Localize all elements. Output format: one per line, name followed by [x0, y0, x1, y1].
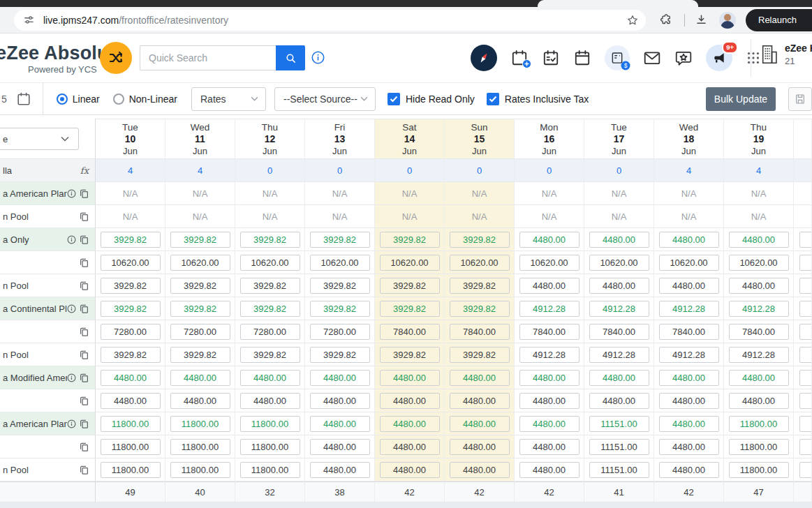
- rate-input[interactable]: [659, 278, 719, 294]
- rate-input[interactable]: [659, 439, 719, 455]
- availability-link[interactable]: 4: [128, 165, 133, 176]
- rate-input[interactable]: [240, 347, 300, 363]
- rate-input[interactable]: [310, 255, 370, 271]
- rate-input[interactable]: [589, 347, 649, 363]
- rate-input[interactable]: [380, 301, 440, 317]
- rate-input[interactable]: [380, 347, 440, 363]
- copy-icon[interactable]: [80, 235, 89, 244]
- rate-input[interactable]: [240, 301, 300, 317]
- rate-input[interactable]: [659, 370, 719, 386]
- rate-input[interactable]: [310, 462, 370, 478]
- rate-input[interactable]: [101, 324, 161, 340]
- rate-input[interactable]: [170, 255, 230, 271]
- rates-inclusive-tax-checkbox[interactable]: Rates Inclusive Tax: [487, 93, 589, 105]
- copy-icon[interactable]: [80, 212, 89, 221]
- rate-input[interactable]: [101, 278, 161, 294]
- date-picker-icon[interactable]: [16, 91, 31, 107]
- rate-input[interactable]: [101, 393, 161, 409]
- rate-input[interactable]: [519, 347, 580, 363]
- rate-input[interactable]: [729, 278, 789, 294]
- room-filter-select[interactable]: e: [0, 128, 79, 150]
- rate-input[interactable]: [240, 232, 300, 248]
- copy-icon[interactable]: [80, 258, 89, 267]
- rate-input[interactable]: [659, 347, 719, 363]
- rate-input[interactable]: [450, 393, 510, 409]
- rate-input[interactable]: [170, 324, 230, 340]
- rate-input[interactable]: [240, 393, 300, 409]
- rate-input[interactable]: [729, 416, 789, 432]
- rate-input[interactable]: [310, 301, 370, 317]
- rate-input[interactable]: [101, 301, 161, 317]
- rate-input[interactable]: [240, 462, 300, 478]
- tune-icon[interactable]: [23, 14, 35, 26]
- rate-input[interactable]: [170, 393, 230, 409]
- rate-input-clipped[interactable]: [799, 347, 812, 363]
- url-text[interactable]: live.ipms247.com/frontoffice/ratesinvent…: [43, 15, 626, 26]
- copy-icon[interactable]: [80, 327, 89, 336]
- announcement-icon[interactable]: 9+: [706, 45, 732, 71]
- rate-input[interactable]: [519, 255, 580, 271]
- rate-input[interactable]: [450, 255, 510, 271]
- bookmark-star-icon[interactable]: [626, 14, 639, 27]
- rate-input[interactable]: [519, 301, 580, 317]
- rate-type-select[interactable]: Rates: [191, 87, 266, 111]
- file-icon-button[interactable]: [788, 87, 812, 111]
- rate-input[interactable]: [310, 416, 370, 432]
- rate-input-clipped[interactable]: [799, 278, 812, 294]
- availability-link[interactable]: 0: [617, 165, 621, 176]
- rate-input[interactable]: [170, 462, 230, 478]
- rate-input[interactable]: [519, 370, 580, 386]
- rate-input-clipped[interactable]: [799, 232, 812, 248]
- rate-input[interactable]: [101, 462, 161, 478]
- rate-input[interactable]: [240, 278, 300, 294]
- rate-input[interactable]: [170, 439, 230, 455]
- copy-icon[interactable]: [80, 304, 89, 313]
- nonlinear-radio[interactable]: Non-Linear: [113, 94, 177, 105]
- info-icon[interactable]: [67, 304, 76, 313]
- rate-input[interactable]: [310, 393, 370, 409]
- rate-input[interactable]: [659, 255, 719, 271]
- rate-input[interactable]: [310, 232, 370, 248]
- rate-input[interactable]: [450, 370, 510, 386]
- rate-input[interactable]: [450, 324, 510, 340]
- rate-input[interactable]: [729, 347, 789, 363]
- download-icon[interactable]: [695, 13, 708, 27]
- rate-input[interactable]: [659, 324, 719, 340]
- rate-input-clipped[interactable]: [799, 439, 812, 455]
- rate-input-clipped[interactable]: [799, 255, 812, 271]
- rate-input[interactable]: [310, 278, 370, 294]
- rate-input[interactable]: [240, 416, 300, 432]
- info-icon[interactable]: [67, 235, 76, 244]
- rate-input[interactable]: [729, 232, 789, 248]
- rate-input[interactable]: [659, 232, 719, 248]
- copy-icon[interactable]: [80, 373, 89, 382]
- rate-input[interactable]: [519, 462, 580, 478]
- rate-input[interactable]: [659, 393, 719, 409]
- review-icon[interactable]: [674, 49, 693, 67]
- rate-input[interactable]: [589, 370, 649, 386]
- calendar-add-icon[interactable]: [510, 49, 529, 67]
- rate-input[interactable]: [380, 462, 440, 478]
- rate-input[interactable]: [380, 439, 440, 455]
- rate-input[interactable]: [729, 255, 789, 271]
- address-bar[interactable]: live.ipms247.com/frontoffice/ratesinvent…: [14, 10, 646, 31]
- availability-link[interactable]: 0: [337, 165, 342, 176]
- rate-input[interactable]: [170, 301, 230, 317]
- info-icon[interactable]: [67, 373, 76, 382]
- rate-input[interactable]: [659, 301, 719, 317]
- active-tab[interactable]: [538, 0, 698, 7]
- rate-input[interactable]: [170, 416, 230, 432]
- rate-input[interactable]: [450, 278, 510, 294]
- availability-link[interactable]: 0: [477, 165, 482, 176]
- rate-input-clipped[interactable]: [799, 462, 812, 478]
- rate-input[interactable]: [450, 462, 510, 478]
- rate-input[interactable]: [101, 232, 161, 248]
- copy-icon[interactable]: [80, 189, 89, 198]
- rate-input[interactable]: [729, 439, 789, 455]
- relaunch-button[interactable]: Relaunch: [746, 9, 812, 31]
- rate-input[interactable]: [101, 439, 161, 455]
- rate-input[interactable]: [659, 462, 719, 478]
- copy-icon[interactable]: [80, 396, 89, 405]
- rate-input[interactable]: [450, 416, 510, 432]
- rate-input[interactable]: [450, 232, 510, 248]
